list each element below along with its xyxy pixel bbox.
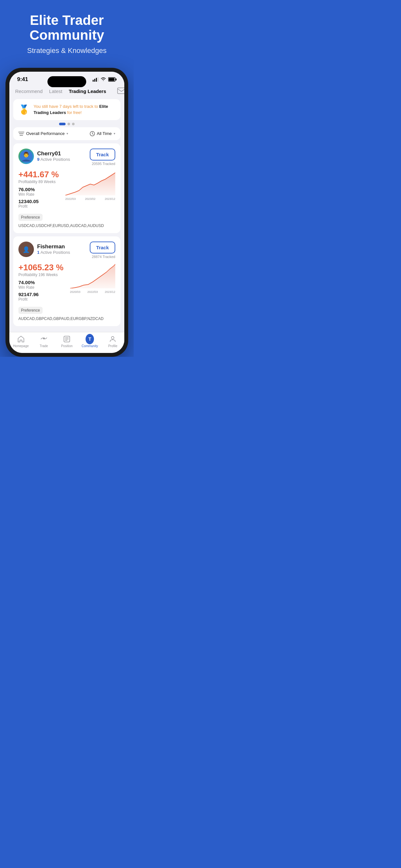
preference-row-cherry01: Preference USDCAD,USDCHF,EURUSD,AUDCAD,A…: [19, 214, 115, 228]
profitability-pct-cherry01: +441.67 %: [19, 169, 59, 180]
trader-name-fisherman: Fisherman: [37, 244, 70, 250]
nav-label-community: Community: [82, 344, 98, 348]
status-bar: 9:41: [9, 72, 124, 85]
mini-chart-fisherman: 2020/03 2022/03 2023/12: [70, 262, 115, 295]
track-button-fisherman[interactable]: Track: [90, 242, 115, 253]
trader-positions-cherry01: 9 Active Positions: [37, 157, 70, 162]
profit-fisherman: 92147.96: [19, 291, 64, 297]
banner-dots: [13, 123, 120, 125]
svg-rect-0: [93, 80, 94, 82]
win-rate-label-fisherman: Win Rate: [19, 285, 64, 290]
svg-text:👤: 👤: [23, 246, 30, 253]
preference-row-fisherman: Preference AUDCAD,GBPCAD,GBPAUD,EURGBP,N…: [19, 307, 115, 321]
preference-pairs-fisherman: AUDCAD,GBPCAD,GBPAUD,EURGBP,NZDCAD: [19, 316, 115, 321]
win-rate-fisherman: 74.00%: [19, 280, 64, 285]
win-rate-label-cherry01: Win Rate: [19, 192, 59, 197]
banner-text: You still have 7 days left to track to E…: [34, 104, 115, 115]
preference-pairs-cherry01: USDCAD,USDCHF,EURUSD,AUDCAD,AUDUSD: [19, 223, 115, 228]
chart-labels-fisherman: 2020/03 2022/03 2023/12: [70, 290, 115, 293]
trader-stats-fisherman: +1065.23 % Profitability 196 Weeks 74.00…: [19, 262, 115, 303]
chart-labels-cherry01: 2022/03 2023/02 2023/12: [65, 197, 115, 200]
svg-rect-5: [109, 78, 115, 81]
svg-rect-7: [118, 88, 124, 94]
nav-label-profile: Profile: [108, 344, 117, 348]
time-filter[interactable]: All Time ▾: [90, 131, 115, 136]
avatar-cherry01: 👨: [19, 149, 34, 164]
status-icons: [93, 77, 117, 82]
svg-point-19: [112, 337, 114, 339]
profit-label-fisherman: Profit: [19, 297, 64, 302]
filter-icon: [19, 131, 24, 136]
nav-label-position: Position: [61, 344, 73, 348]
hero-section: Elite TraderCommunity Strategies & Knowl…: [0, 0, 134, 61]
svg-rect-1: [94, 79, 95, 82]
svg-text:👨: 👨: [23, 151, 29, 158]
signal-icon: [93, 77, 98, 82]
trader-positions-fisherman: 1 Active Positions: [37, 250, 70, 255]
preference-badge-cherry01: Preference: [19, 214, 42, 221]
trader-card-cherry01: 👨 Cherry01 9 Active Positions Track 205: [13, 144, 120, 233]
trade-icon: [40, 335, 48, 343]
nav-item-homepage[interactable]: Homepage: [11, 335, 31, 348]
medal-icon: 🥇: [19, 104, 30, 115]
nav-item-trade[interactable]: Trade: [34, 335, 54, 348]
trader-stats-cherry01: +441.67 % Profitability 89 Weeks 76.00% …: [19, 169, 115, 210]
filter-row: Overall Performance ▾ All Time ▾: [13, 127, 120, 140]
tracked-count-fisherman: 28874 Tracked: [92, 255, 115, 259]
wifi-icon: [100, 77, 106, 82]
profile-icon: [109, 335, 117, 343]
preference-badge-fisherman: Preference: [19, 307, 42, 314]
dot-1: [59, 123, 66, 125]
profitability-label-cherry01: Profitability 89 Weeks: [19, 180, 59, 184]
banner-card: 🥇 You still have 7 days left to track to…: [13, 99, 120, 120]
nav-item-community[interactable]: T Community: [80, 335, 99, 348]
dynamic-island: [48, 76, 86, 87]
svg-rect-3: [97, 77, 98, 82]
phone-screen: 9:41: [9, 72, 124, 352]
battery-icon: [108, 77, 117, 82]
tab-latest[interactable]: Latest: [49, 87, 63, 95]
profitability-pct-fisherman: +1065.23 %: [19, 262, 64, 273]
track-section-fisherman: Track 28874 Tracked: [90, 242, 115, 259]
track-section-cherry01: Track 20595 Tracked: [90, 149, 115, 166]
nav-item-profile[interactable]: Profile: [103, 335, 122, 348]
mini-chart-cherry01: 2022/03 2023/02 2023/12: [65, 169, 115, 202]
bottom-nav: Homepage Trade Position: [9, 332, 124, 353]
track-button-cherry01[interactable]: Track: [90, 149, 115, 160]
status-time: 9:41: [17, 76, 28, 83]
performance-chevron: ▾: [66, 132, 68, 135]
profit-label-cherry01: Profit: [19, 204, 59, 209]
tracked-count-cherry01: 20595 Tracked: [92, 162, 115, 166]
phone-mockup: 9:41: [5, 68, 128, 356]
dot-3: [72, 123, 74, 125]
time-chevron: ▾: [114, 132, 115, 135]
hero-subtitle: Strategies & Knowledges: [6, 46, 127, 55]
mail-button[interactable]: [117, 88, 124, 95]
trader-card-fisherman: 👤 Fisherman 1 Active Positions Track 28: [13, 237, 120, 326]
tab-trading-leaders[interactable]: Trading Leaders: [68, 87, 107, 95]
avatar-fisherman: 👤: [19, 242, 34, 257]
app-content: 🥇 You still have 7 days left to track to…: [9, 97, 124, 332]
svg-rect-6: [116, 79, 117, 81]
trader-info-fisherman: 👤 Fisherman 1 Active Positions: [19, 242, 70, 257]
profit-cherry01: 12340.05: [19, 198, 59, 204]
svg-rect-2: [96, 78, 97, 82]
dot-2: [67, 123, 70, 125]
performance-filter-label: Overall Performance: [26, 131, 65, 136]
win-rate-cherry01: 76.00%: [19, 187, 59, 192]
clock-icon: [90, 131, 95, 136]
tab-recommend[interactable]: Recommend: [14, 87, 43, 95]
nav-item-position[interactable]: Position: [57, 335, 76, 348]
profitability-label-fisherman: Profitability 196 Weeks: [19, 273, 64, 277]
community-icon: T: [86, 335, 94, 343]
nav-label-trade: Trade: [40, 344, 48, 348]
hero-title: Elite TraderCommunity: [6, 13, 127, 42]
position-icon: [63, 335, 71, 343]
trader-info-cherry01: 👨 Cherry01 9 Active Positions: [19, 149, 70, 164]
nav-label-homepage: Homepage: [13, 344, 29, 348]
performance-filter[interactable]: Overall Performance ▾: [19, 131, 68, 136]
home-icon: [17, 335, 25, 343]
time-filter-label: All Time: [97, 131, 112, 136]
trader-name-cherry01: Cherry01: [37, 151, 70, 157]
